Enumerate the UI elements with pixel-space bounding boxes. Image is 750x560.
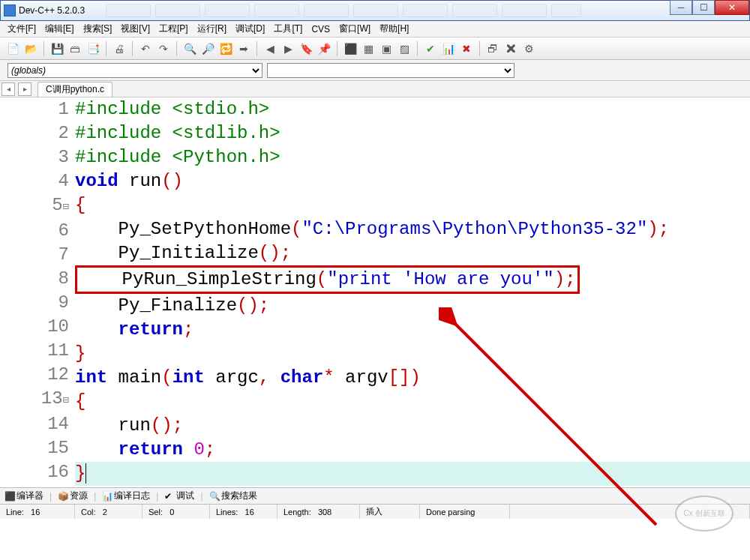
navigation-dropdowns: (globals) [0, 60, 750, 81]
menu-item[interactable]: 调试[D] [231, 21, 269, 37]
back-button[interactable]: ◀ [262, 40, 278, 57]
redo-button[interactable]: ↷ [155, 40, 172, 57]
run-button[interactable]: ▦ [360, 40, 376, 57]
menu-item[interactable]: 文件[F] [3, 21, 40, 37]
window-title: Dev-C++ 5.2.0.3 [19, 5, 85, 16]
menu-item[interactable]: 搜索[S] [79, 21, 117, 37]
rebuild-button[interactable]: ▨ [396, 40, 412, 57]
line-gutter: 12345⊟678910111213⊟141516 [0, 97, 75, 487]
watermark: Cx 创新互联 [675, 496, 734, 532]
bookmark2-button[interactable]: 📌 [316, 40, 332, 57]
replace-button[interactable]: 🔎 [200, 40, 216, 57]
menu-item[interactable]: 工具[T] [269, 21, 307, 37]
find-button[interactable]: 🔍 [182, 40, 198, 57]
new-file-button[interactable]: 📄 [4, 40, 21, 57]
save-all-button[interactable]: 🗃 [67, 40, 83, 57]
file-tab[interactable]: C调用python.c [38, 82, 112, 97]
compile-button[interactable]: ⬛ [342, 40, 358, 57]
print-button[interactable]: 🖨 [111, 40, 128, 57]
save-button[interactable]: 💾 [49, 40, 65, 57]
background-tabs [106, 4, 581, 17]
output-tab[interactable]: 🔍搜索结果 [209, 490, 257, 502]
titlebar: Dev-C++ 5.2.0.3 ─ ☐ ✕ [0, 0, 750, 21]
open-file-button[interactable]: 📂 [22, 40, 39, 57]
profile-button[interactable]: 📊 [440, 40, 457, 57]
debug-button[interactable]: ✔ [422, 40, 439, 57]
app-icon [4, 4, 16, 16]
forward-button[interactable]: ▶ [280, 40, 296, 57]
save-as-button[interactable]: 📑 [85, 40, 101, 57]
bookmark-button[interactable]: 🔖 [298, 40, 314, 57]
file-tabstrip: ◂ ▸ C调用python.c [0, 81, 750, 97]
menu-item[interactable]: 运行[R] [193, 21, 231, 37]
compile-run-button[interactable]: ▣ [378, 40, 394, 57]
undo-button[interactable]: ↶ [137, 40, 154, 57]
statusbar: Line: 16 Col: 2 Sel: 0 Lines: 16 Length:… [0, 504, 750, 519]
options-button[interactable]: ⚙ [520, 40, 537, 57]
new-window-button[interactable]: 🗗 [484, 40, 501, 57]
output-tabs: ⬛编译器|📦资源|📊编译日志|✔调试|🔍搜索结果 [0, 487, 750, 504]
scope-dropdown[interactable]: (globals) [8, 63, 262, 78]
output-tab[interactable]: 📦资源 [58, 490, 88, 502]
menu-item[interactable]: 工程[P] [154, 21, 193, 37]
symbol-dropdown[interactable] [267, 63, 514, 78]
code-editor[interactable]: 12345⊟678910111213⊟141516 #include <stdi… [0, 97, 750, 487]
menu-item[interactable]: CVS [307, 22, 334, 36]
find-next-button[interactable]: 🔁 [218, 40, 234, 57]
tab-prev-button[interactable]: ◂ [2, 82, 15, 96]
menu-item[interactable]: 视图[V] [116, 21, 154, 37]
close-button[interactable]: ✕ [715, 0, 749, 15]
output-tab[interactable]: 📊编译日志 [102, 490, 150, 502]
stop-button[interactable]: ✖ [458, 40, 475, 57]
maximize-button[interactable]: ☐ [692, 0, 715, 15]
tab-next-button[interactable]: ▸ [18, 82, 32, 96]
menu-item[interactable]: 编辑[E] [40, 21, 79, 37]
output-tab[interactable]: ✔调试 [164, 490, 194, 502]
goto-button[interactable]: ➡ [236, 40, 252, 57]
minimize-button[interactable]: ─ [670, 0, 692, 15]
output-tab[interactable]: ⬛编译器 [4, 490, 44, 502]
menu-item[interactable]: 帮助[H] [375, 21, 413, 37]
close-window-button[interactable]: 🗙 [502, 40, 519, 57]
code-body[interactable]: #include <stdio.h>#include <stdlib.h>#in… [75, 97, 750, 487]
menubar: 文件[F]编辑[E]搜索[S]视图[V]工程[P]运行[R]调试[D]工具[T]… [0, 21, 750, 37]
menu-item[interactable]: 窗口[W] [334, 21, 375, 37]
toolbar: 📄 📂 💾 🗃 📑 🖨 ↶ ↷ 🔍 🔎 🔁 ➡ ◀ ▶ 🔖 📌 ⬛ ▦ ▣ ▨ … [0, 37, 750, 60]
